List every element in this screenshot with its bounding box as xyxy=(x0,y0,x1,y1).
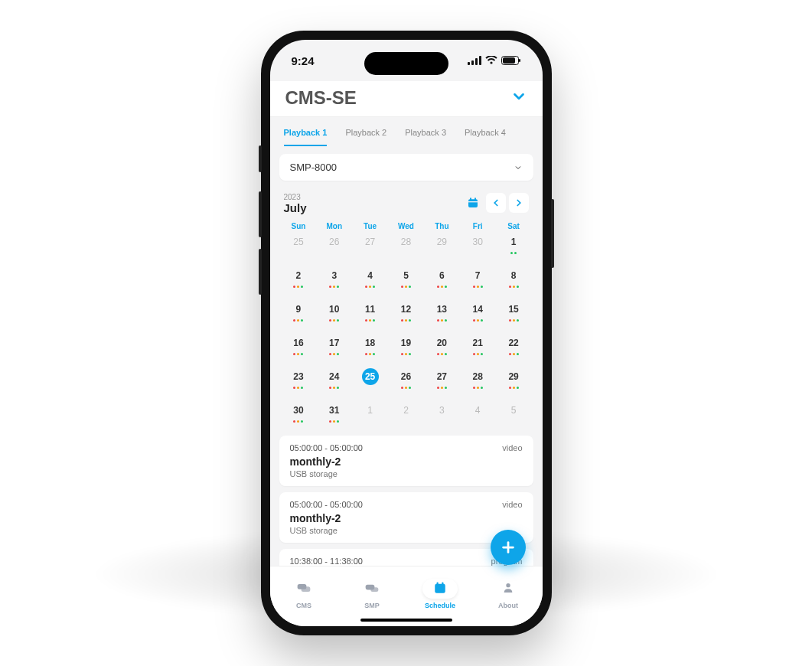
day-number: 12 xyxy=(397,301,414,318)
tab-playback-2[interactable]: Playback 2 xyxy=(345,117,386,146)
calendar-day[interactable]: 22 xyxy=(496,333,532,362)
calendar-day[interactable]: 23 xyxy=(281,367,317,396)
calendar-grid: 2526272829301234567891011121314151617181… xyxy=(270,232,543,436)
calendar-day[interactable]: 5 xyxy=(388,266,424,295)
calendar-day[interactable]: 26 xyxy=(388,367,424,396)
svg-rect-1 xyxy=(471,60,474,65)
add-event-button[interactable] xyxy=(491,530,526,565)
calendar-day: 28 xyxy=(388,232,424,261)
calendar-prev-button[interactable] xyxy=(486,193,506,213)
event-dots xyxy=(281,252,317,255)
calendar-next-button[interactable] xyxy=(509,193,529,213)
event-dots xyxy=(281,420,317,423)
device-select-value: SMP-8000 xyxy=(290,162,337,173)
svg-rect-8 xyxy=(468,199,478,207)
calendar-day[interactable]: 2 xyxy=(281,266,317,295)
tab-playback-3[interactable]: Playback 3 xyxy=(405,117,446,146)
calendar-day[interactable]: 16 xyxy=(281,333,317,362)
event-dots xyxy=(424,353,460,356)
calendar-day[interactable]: 31 xyxy=(316,400,352,429)
nav-about[interactable]: About xyxy=(491,579,526,609)
event-time: 10:38:00 - 11:38:00 xyxy=(290,557,363,566)
calendar-day[interactable]: 15 xyxy=(496,299,532,328)
svg-rect-3 xyxy=(479,56,481,65)
event-dots xyxy=(388,353,424,356)
plus-icon xyxy=(500,539,517,556)
day-number: 3 xyxy=(326,267,343,284)
weekday-label: Fri xyxy=(460,222,496,230)
day-number: 20 xyxy=(433,335,450,351)
event-dots xyxy=(424,387,460,390)
day-number: 29 xyxy=(433,233,450,250)
event-dots xyxy=(316,319,352,322)
nav-schedule[interactable]: Schedule xyxy=(422,579,458,609)
tab-playback-1[interactable]: Playback 1 xyxy=(284,117,328,146)
event-dots xyxy=(316,353,352,356)
event-dots xyxy=(352,387,388,390)
calendar-day[interactable]: 7 xyxy=(460,266,496,295)
event-dots xyxy=(388,286,424,289)
event-dots xyxy=(388,420,424,423)
calendar-day[interactable]: 19 xyxy=(388,333,424,362)
day-number: 7 xyxy=(469,267,486,284)
calendar-day[interactable]: 1 xyxy=(496,232,532,261)
calendar-day[interactable]: 13 xyxy=(424,299,460,328)
wifi-icon xyxy=(485,56,497,65)
day-number: 19 xyxy=(397,335,414,351)
calendar-day[interactable]: 10 xyxy=(316,299,352,328)
svg-rect-2 xyxy=(475,58,478,65)
tab-playback-4[interactable]: Playback 4 xyxy=(465,117,506,146)
event-card[interactable]: 05:00:00 - 05:00:00videomonthly-2USB sto… xyxy=(279,436,533,486)
calendar-day[interactable]: 30 xyxy=(281,400,317,429)
day-number: 30 xyxy=(469,233,486,250)
calendar-day[interactable]: 24 xyxy=(316,367,352,396)
day-number: 27 xyxy=(362,233,379,250)
calendar-month: July xyxy=(284,201,307,214)
calendar-day[interactable]: 8 xyxy=(496,266,532,295)
device-select[interactable]: SMP-8000 xyxy=(279,154,533,181)
calendar-day[interactable]: 27 xyxy=(424,367,460,396)
calendar-day[interactable]: 14 xyxy=(460,299,496,328)
weekday-label: Thu xyxy=(424,222,460,230)
calendar-day[interactable]: 12 xyxy=(388,299,424,328)
calendar-day[interactable]: 21 xyxy=(460,333,496,362)
svg-rect-10 xyxy=(474,198,476,200)
calendar-day[interactable]: 17 xyxy=(316,333,352,362)
page-title: CMS-SE xyxy=(285,87,357,109)
event-dots xyxy=(352,353,388,356)
status-time: 9:24 xyxy=(292,54,315,67)
chevron-right-icon xyxy=(514,198,524,208)
day-number: 6 xyxy=(433,267,450,284)
weekday-label: Mon xyxy=(316,222,352,230)
calendar-day[interactable]: 25 xyxy=(352,367,388,396)
calendar-day[interactable]: 11 xyxy=(352,299,388,328)
battery-icon xyxy=(501,56,521,65)
header-dropdown-button[interactable] xyxy=(510,88,527,108)
playback-tabs: Playback 1Playback 2Playback 3Playback 4 xyxy=(270,117,543,146)
calendar-day[interactable]: 9 xyxy=(281,299,317,328)
event-dots xyxy=(352,252,388,255)
day-number: 9 xyxy=(290,301,307,318)
event-title: monthly-2 xyxy=(290,455,523,468)
day-number: 28 xyxy=(469,368,486,385)
calendar-day[interactable]: 28 xyxy=(460,367,496,396)
nav-cms[interactable]: CMS xyxy=(286,579,321,609)
calendar-day[interactable]: 18 xyxy=(352,333,388,362)
calendar-day[interactable]: 29 xyxy=(496,367,532,396)
day-number: 28 xyxy=(397,233,414,250)
calendar-today-button[interactable] xyxy=(463,193,483,213)
nav-label: About xyxy=(498,602,518,609)
cms-icon xyxy=(296,583,311,595)
chevron-down-icon xyxy=(510,88,527,105)
calendar-day[interactable]: 6 xyxy=(424,266,460,295)
calendar-year: 2023 xyxy=(284,193,307,201)
event-type: video xyxy=(502,443,522,452)
event-dots xyxy=(496,319,532,322)
calendar-day[interactable]: 3 xyxy=(316,266,352,295)
nav-smp[interactable]: SMP xyxy=(354,579,390,609)
calendar-day: 29 xyxy=(424,232,460,261)
calendar-day[interactable]: 4 xyxy=(352,266,388,295)
app-header: CMS-SE xyxy=(270,81,543,117)
calendar-day[interactable]: 20 xyxy=(424,333,460,362)
bottom-nav: CMSSMPScheduleAbout xyxy=(270,566,543,626)
